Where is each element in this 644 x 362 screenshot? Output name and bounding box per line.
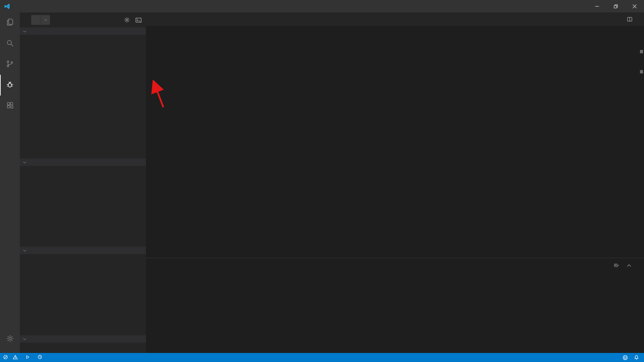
overview-ruler-mark (640, 50, 643, 53)
files-icon (6, 18, 14, 28)
section-variables-header[interactable] (20, 27, 146, 35)
clear-console-icon[interactable] (613, 262, 620, 269)
restore-button[interactable] (606, 0, 625, 12)
gear-icon (6, 335, 14, 344)
activity-extensions[interactable] (0, 96, 20, 116)
debug-sidebar (20, 12, 146, 353)
activity-bar (0, 12, 20, 353)
debug-bug-icon (6, 80, 14, 90)
overview-ruler-mark (640, 70, 643, 73)
launch-config-dropdown[interactable] (31, 15, 50, 25)
statusbar-left (0, 353, 47, 362)
code-editor[interactable] (146, 26, 644, 258)
activity-debug[interactable] (0, 75, 20, 96)
debug-console-toggle-icon[interactable] (135, 17, 142, 23)
annotation-arrow (149, 76, 172, 113)
chevron-down-icon[interactable] (41, 15, 50, 25)
time-tracker[interactable] (35, 353, 47, 362)
debug-toolbar (20, 12, 146, 27)
activity-source-control[interactable] (0, 54, 20, 75)
indentation[interactable] (589, 353, 595, 362)
minimize-button[interactable] (588, 0, 606, 12)
callstack-panel (20, 254, 146, 335)
activity-explorer[interactable] (0, 12, 20, 33)
debug-settings-gear-icon[interactable] (124, 17, 130, 23)
debug-console[interactable] (146, 273, 644, 353)
chevron-up-icon[interactable] (626, 263, 632, 268)
chevron-down-icon (22, 248, 27, 253)
debug-launch-status[interactable] (22, 353, 35, 362)
variables-panel (20, 35, 146, 159)
statusbar-right (583, 353, 644, 362)
vscode-window (0, 0, 644, 362)
section-breakpoints-header[interactable] (20, 335, 146, 343)
debug-toolbar-icons (124, 17, 142, 23)
eol-sequence[interactable] (601, 353, 607, 362)
chevron-down-icon (22, 160, 27, 165)
cursor-position[interactable] (583, 353, 589, 362)
section-watch-header[interactable] (20, 159, 146, 166)
language-mode[interactable] (607, 353, 613, 362)
breakpoints-panel (20, 343, 146, 353)
git-branch-icon (6, 60, 14, 69)
panel-tab-bar (146, 258, 644, 273)
code-lines (146, 26, 644, 28)
extensions-icon (6, 101, 14, 111)
panel-actions (613, 262, 639, 269)
status-bar (0, 353, 644, 362)
bottom-panel (146, 258, 644, 353)
clock-icon (38, 355, 42, 360)
problems-status[interactable] (0, 353, 22, 362)
editor-tab-bar (146, 12, 644, 26)
watch-panel (20, 166, 146, 247)
feedback-smiley-icon[interactable] (620, 353, 631, 362)
notifications-bell-icon[interactable] (631, 353, 642, 362)
split-editor-icon[interactable] (627, 16, 633, 22)
platform-label[interactable] (613, 353, 620, 362)
vscode-logo-icon (4, 3, 10, 9)
window-controls (588, 0, 644, 12)
tabbar-actions (627, 12, 644, 26)
warning-icon (13, 355, 18, 361)
encoding[interactable] (595, 353, 601, 362)
search-icon (6, 39, 14, 49)
section-callstack-header[interactable] (20, 247, 146, 254)
activity-settings[interactable] (0, 329, 20, 350)
editor-area (146, 12, 644, 353)
close-button[interactable] (625, 0, 644, 12)
console-partial-line (150, 273, 644, 276)
chevron-down-icon (22, 29, 27, 34)
play-icon (25, 355, 30, 360)
error-icon (3, 355, 8, 361)
title-bar (0, 0, 644, 12)
chevron-down-icon (22, 337, 27, 341)
activity-search[interactable] (0, 33, 20, 54)
